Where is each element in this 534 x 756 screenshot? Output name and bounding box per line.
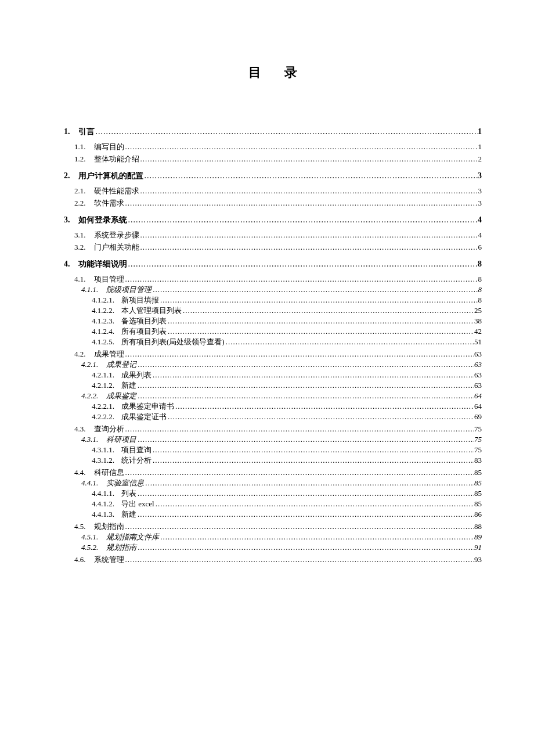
toc-entry[interactable]: 4.5.规划指南88	[64, 523, 482, 530]
toc-dot-leader	[136, 510, 474, 518]
toc-entry[interactable]: 4.4.1.3.新建86	[64, 510, 482, 518]
toc-dot-leader	[124, 199, 478, 207]
toc-entry-number: 1.	[64, 128, 70, 136]
toc-entry[interactable]: 4.3.查询分析75	[64, 425, 482, 433]
toc-entry[interactable]: 4.3.1.2.统计分析83	[64, 456, 482, 464]
toc-entry-number: 1.2.	[74, 155, 86, 163]
toc-dot-leader	[167, 317, 474, 325]
toc-dot-leader	[124, 275, 478, 283]
toc-entry[interactable]: 2.1.硬件性能需求3	[64, 187, 482, 195]
toc-dot-leader	[167, 413, 474, 420]
toc-dot-leader	[151, 371, 474, 379]
toc-entry[interactable]: 4.1.2.5.所有项目列表(局处级领导查看)51	[64, 338, 482, 345]
toc-entry[interactable]: 4.1.项目管理8	[64, 275, 482, 283]
toc-dot-leader	[124, 143, 478, 150]
toc-entry-page: 8	[478, 260, 482, 268]
toc-dot-leader	[139, 187, 478, 195]
toc-dot-leader	[151, 446, 474, 453]
toc-dot-leader	[139, 155, 478, 163]
toc-entry[interactable]: 4.4.1.实验室信息85	[64, 479, 482, 487]
toc-entry[interactable]: 3.2.门户相关功能6	[64, 243, 482, 251]
toc-entry-number: 4.3.1.2.	[92, 456, 114, 464]
toc-entry-page: 69	[474, 413, 482, 420]
toc-entry[interactable]: 4.2.1.2.新建63	[64, 381, 482, 389]
toc-dot-leader	[136, 381, 474, 389]
toc-entry[interactable]: 4.3.1.1.项目查询75	[64, 446, 482, 453]
toc-dot-leader	[127, 216, 478, 224]
toc-entry-number: 4.4.1.2.	[92, 500, 114, 507]
toc-entry-label: 查询分析	[86, 425, 124, 433]
toc-entry[interactable]: 4.功能详细说明8	[64, 260, 482, 268]
toc-entry-label: 编写目的	[86, 143, 124, 150]
toc-entry[interactable]: 4.2.2.2.成果鉴定证书69	[64, 413, 482, 420]
toc-dot-leader	[95, 128, 478, 136]
toc-entry-number: 4.3.1.1.	[92, 446, 114, 453]
toc-entry-label: 实验室信息	[98, 479, 144, 487]
toc-entry-number: 4.2.2.1.	[92, 402, 114, 410]
toc-entry[interactable]: 3.如何登录系统4	[64, 216, 482, 224]
toc-entry-number: 4.2.2.2.	[92, 413, 114, 420]
toc-dot-leader	[154, 500, 474, 507]
toc-entry-label: 系统管理	[86, 556, 124, 563]
toc-entry-page: 75	[474, 446, 482, 453]
toc-entry[interactable]: 4.1.2.4.所有项目列表42	[64, 327, 482, 335]
toc-dot-leader	[127, 260, 478, 268]
toc-entry-page: 63	[474, 350, 482, 358]
toc-entry-number: 4.2.1.	[81, 361, 98, 368]
toc-dot-leader	[139, 243, 478, 251]
toc-entry[interactable]: 1.引言1	[64, 128, 482, 136]
toc-entry-label: 备选项目列表	[114, 317, 167, 325]
toc-entry[interactable]: 4.2.1.成果登记63	[64, 361, 482, 368]
toc-entry-page: 4	[478, 231, 482, 239]
toc-entry[interactable]: 4.1.2.1.新项目填报8	[64, 296, 482, 304]
toc-dot-leader	[124, 556, 475, 563]
toc-entry-number: 4.1.2.4.	[92, 327, 114, 335]
toc-entry-number: 4.2.2.	[81, 392, 98, 399]
toc-entry-number: 4.1.2.1.	[92, 296, 114, 304]
toc-entry-page: 3	[478, 187, 482, 195]
toc-entry[interactable]: 4.2.成果管理63	[64, 350, 482, 358]
toc-entry-page: 63	[474, 371, 482, 379]
toc-entry-number: 4.5.1.	[81, 533, 98, 541]
toc-entry[interactable]: 3.1.系统登录步骤4	[64, 231, 482, 239]
toc-entry[interactable]: 4.4.1.2.导出 excel85	[64, 500, 482, 507]
toc-entry[interactable]: 4.2.2.1.成果鉴定申请书64	[64, 402, 482, 410]
toc-entry[interactable]: 4.1.1.院级项目管理8	[64, 286, 482, 293]
toc-entry-label: 本人管理项目列表	[114, 307, 182, 314]
toc-entry-page: 85	[474, 489, 482, 497]
toc-entry-page: 8	[478, 286, 482, 293]
toc-entry-number: 4.1.2.5.	[92, 338, 114, 345]
toc-entry[interactable]: 1.2.整体功能介绍2	[64, 155, 482, 163]
toc-entry[interactable]: 4.5.1.规划指南文件库89	[64, 533, 482, 541]
toc-entry-label: 新建	[114, 381, 136, 389]
toc-entry[interactable]: 1.1.编写目的1	[64, 143, 482, 150]
toc-entry[interactable]: 4.5.2.规划指南91	[64, 543, 482, 551]
toc-entry-page: 8	[478, 275, 482, 283]
toc-entry-number: 3.	[64, 216, 70, 224]
toc-dot-leader	[151, 286, 478, 293]
toc-entry-page: 91	[474, 543, 482, 551]
toc-entry-label: 如何登录系统	[70, 216, 127, 224]
toc-entry-label: 规划指南	[98, 543, 136, 551]
toc-entry[interactable]: 2.用户计算机的配置3	[64, 172, 482, 180]
toc-entry-number: 4.5.2.	[81, 543, 98, 551]
toc-entry[interactable]: 4.2.2.成果鉴定64	[64, 392, 482, 399]
toc-entry[interactable]: 2.2.软件需求3	[64, 199, 482, 207]
toc-entry-number: 1.1.	[74, 143, 86, 150]
toc-entry-label: 项目管理	[86, 275, 124, 283]
toc-entry[interactable]: 4.3.1.科研项目75	[64, 435, 482, 443]
toc-entry[interactable]: 4.4.科研信息85	[64, 469, 482, 476]
toc-entry-label: 统计分析	[114, 456, 151, 464]
toc-entry-page: 51	[474, 338, 482, 345]
toc-entry[interactable]: 4.1.2.3.备选项目列表38	[64, 317, 482, 325]
toc-entry[interactable]: 4.2.1.1.成果列表63	[64, 371, 482, 379]
toc-entry-label: 成果列表	[114, 371, 151, 379]
toc-dot-leader	[124, 523, 475, 530]
toc-entry[interactable]: 4.1.2.2.本人管理项目列表25	[64, 307, 482, 314]
toc-dot-leader	[167, 327, 474, 335]
toc-entry[interactable]: 4.6.系统管理93	[64, 556, 482, 563]
toc-entry-page: 25	[474, 307, 482, 314]
toc-entry-page: 85	[474, 469, 482, 476]
toc-entry[interactable]: 4.4.1.1.列表85	[64, 489, 482, 497]
toc-entry-page: 63	[474, 361, 482, 368]
